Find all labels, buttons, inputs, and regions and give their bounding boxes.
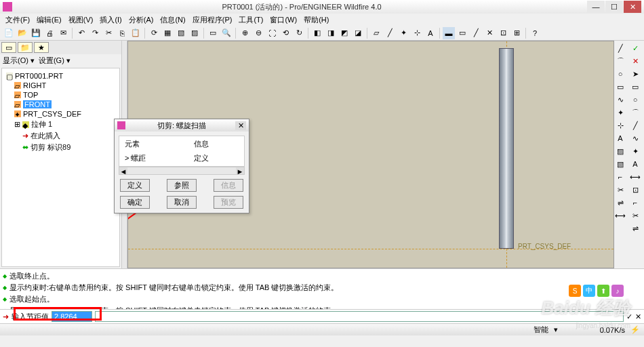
tab-fav-icon[interactable]: ★ (34, 42, 49, 53)
open-icon[interactable]: 📂 (16, 27, 28, 39)
sketch-spline-icon[interactable]: ∿ (614, 94, 626, 106)
tree-item-part[interactable]: ▢PRT0001.PRT (5, 71, 117, 81)
view-icon[interactable]: ◧ (311, 27, 323, 39)
tree-item-insert-here[interactable]: ➜在此插入 (5, 130, 117, 142)
menu-window[interactable]: 窗口(W) (267, 15, 300, 25)
sketch-line-icon[interactable]: ╱ (614, 42, 626, 54)
model-tree[interactable]: ▢PRT0001.PRT ▱RIGHT ▱TOP ▱FRONT ✦PRT_CSY… (1, 68, 120, 267)
datum-axis-icon[interactable]: ╱ (384, 27, 396, 39)
define-button[interactable]: 定义 (120, 179, 150, 192)
tree-item-top[interactable]: ▱TOP (5, 90, 117, 100)
find-icon[interactable]: 🔍 (220, 27, 233, 39)
maximize-button[interactable]: ☐ (605, 1, 623, 13)
tool-icon[interactable]: ⌒ (629, 106, 641, 119)
tree-item-extrude[interactable]: ⊞◆拉伸 1 (5, 119, 117, 130)
view-icon[interactable]: ◪ (352, 27, 364, 39)
cancel-button[interactable]: 取消 (167, 196, 197, 209)
info-button[interactable]: 信息 (214, 179, 243, 192)
menu-info[interactable]: 信息(N) (157, 15, 188, 25)
datum-plane-icon[interactable]: ▱ (370, 27, 382, 39)
quit-icon[interactable]: ✕ (629, 55, 641, 67)
sketch-circle-icon[interactable]: ○ (614, 68, 626, 80)
tree-item-right[interactable]: ▱RIGHT (5, 81, 117, 90)
paste-icon[interactable]: 📋 (129, 27, 142, 39)
zoomfit-icon[interactable]: ⛶ (266, 27, 278, 39)
mail-icon[interactable]: ✉ (57, 27, 69, 39)
done-icon[interactable]: ✓ (629, 42, 641, 54)
annot-icon[interactable]: A (424, 27, 437, 39)
tool-icon[interactable]: ⊞ (510, 27, 523, 39)
minimize-button[interactable]: — (587, 1, 605, 13)
view-icon[interactable]: ◩ (338, 27, 350, 39)
sketch-fillet-icon[interactable]: ⌐ (614, 171, 626, 183)
tool-icon[interactable]: ○ (629, 94, 641, 106)
accept-icon[interactable]: ✓ (626, 312, 632, 321)
menu-help[interactable]: 帮助(H) (301, 15, 331, 25)
refit-icon[interactable]: ⟲ (279, 27, 291, 39)
zoomin-icon[interactable]: ⊕ (239, 27, 251, 39)
sketch-csys-icon[interactable]: ⊹ (614, 119, 626, 131)
sketch-arc-icon[interactable]: ⌒ (614, 55, 626, 67)
shade-icon[interactable]: ▬ (443, 27, 455, 39)
tree-item-csys[interactable]: ✦PRT_CSYS_DEF (5, 109, 117, 119)
menu-view[interactable]: 视图(V) (66, 15, 96, 25)
sketch-dim-icon[interactable]: ⟷ (614, 209, 626, 222)
sketch-mirror-icon[interactable]: ⇌ (614, 197, 626, 209)
tool-icon[interactable]: ▧ (175, 27, 187, 39)
menu-insert[interactable]: 插入(I) (97, 15, 124, 25)
refs-button[interactable]: 参照 (167, 179, 197, 192)
preview-button[interactable]: 预览 (214, 196, 243, 209)
tool-icon[interactable]: ⟷ (629, 171, 641, 183)
menu-edit[interactable]: 编辑(E) (34, 15, 64, 25)
hidden-icon[interactable]: ╱ (470, 27, 482, 39)
sketch-tool-icon[interactable]: ▧ (614, 158, 626, 170)
cut-icon[interactable]: ✂ (102, 27, 115, 39)
tool-icon[interactable]: ⇌ (629, 222, 641, 234)
model-cylinder[interactable] (499, 48, 514, 249)
sketch-rect-icon[interactable]: ▭ (614, 81, 626, 93)
copy-icon[interactable]: ⎘ (116, 27, 128, 39)
datum-point-icon[interactable]: ✦ (397, 27, 409, 39)
input-extra[interactable] (95, 311, 624, 322)
tool-icon[interactable]: ▭ (629, 81, 641, 93)
dialog-scrollbar[interactable]: ◄► (119, 167, 245, 175)
display-dropdown[interactable]: 显示(O) ▾ (3, 56, 35, 66)
select-arrow-icon[interactable]: ➤ (629, 68, 641, 80)
tool-icon[interactable]: ✂ (629, 209, 641, 222)
tool-icon[interactable]: ⌐ (629, 197, 641, 209)
dialog-element-table[interactable]: 元素信息 > 螺距定义 (119, 136, 245, 167)
status-accel-icon[interactable]: ⚡ (630, 325, 640, 334)
redo-icon[interactable]: ↷ (89, 27, 101, 39)
dialog-titlebar[interactable]: 切剪: 螺旋扫描 ✕ (115, 119, 249, 131)
menu-file[interactable]: 文件(F) (3, 15, 33, 25)
tool-icon[interactable]: ▦ (161, 27, 174, 39)
view-icon[interactable]: ◨ (325, 27, 337, 39)
spin-icon[interactable]: ↻ (293, 27, 305, 39)
tool-icon[interactable]: ╱ (629, 119, 641, 131)
sketch-tool-icon[interactable]: ▨ (614, 145, 626, 157)
tool-icon[interactable]: ⊡ (497, 27, 509, 39)
menu-app[interactable]: 应用程序(P) (190, 15, 235, 25)
tool-icon[interactable]: ⊡ (629, 184, 641, 196)
tool-icon[interactable]: ✦ (629, 145, 641, 157)
dialog-close-icon[interactable]: ✕ (235, 121, 246, 130)
ok-button[interactable]: 确定 (120, 196, 150, 209)
tab-model-tree-icon[interactable]: ▭ (1, 42, 16, 53)
pitch-input[interactable] (52, 311, 92, 322)
reject-icon[interactable]: ✕ (635, 312, 641, 321)
help-icon[interactable]: ? (529, 27, 541, 39)
save-icon[interactable]: 💾 (30, 27, 42, 39)
wire-icon[interactable]: ▭ (456, 27, 468, 39)
tree-item-front[interactable]: ▱FRONT (5, 100, 117, 109)
row-pitch[interactable]: > 螺距 (121, 152, 188, 165)
settings-dropdown[interactable]: 设置(G) ▾ (39, 56, 71, 66)
status-smart[interactable]: 智能 (534, 325, 548, 335)
sketch-trim-icon[interactable]: ✂ (614, 184, 626, 196)
undo-icon[interactable]: ↶ (75, 27, 87, 39)
tool-icon[interactable]: ∿ (629, 132, 641, 144)
zoomout-icon[interactable]: ⊖ (252, 27, 264, 39)
tool-icon[interactable]: ▨ (188, 27, 201, 39)
menu-tools[interactable]: 工具(T) (236, 15, 266, 25)
tree-item-cut[interactable]: ⬌切剪 标识89 (5, 142, 117, 153)
tool-icon[interactable]: A (629, 158, 641, 170)
